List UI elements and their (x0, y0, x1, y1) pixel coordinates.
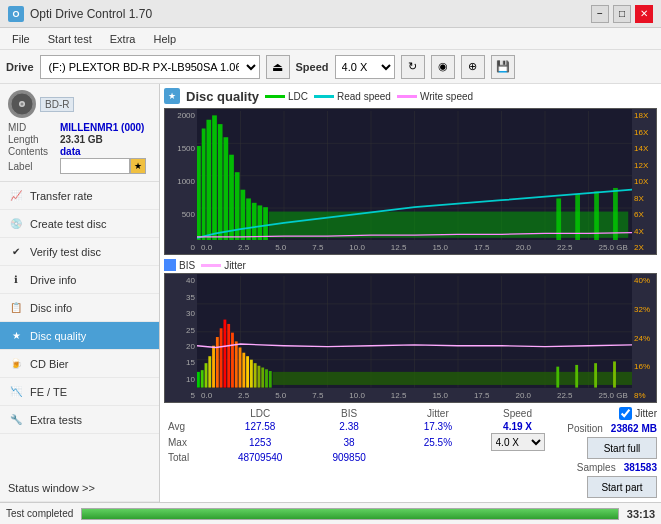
fe-te-icon: 📉 (8, 384, 24, 400)
stats-max-row: Max 1253 38 25.5% 4.0 X (164, 433, 561, 451)
lower-x-axis: 0.0 2.5 5.0 7.5 10.0 12.5 15.0 17.5 20.0… (197, 388, 632, 402)
nav-label: Verify test disc (30, 246, 101, 258)
progress-bar-fill (82, 509, 618, 519)
svg-rect-47 (205, 364, 208, 388)
svg-rect-66 (556, 367, 559, 388)
svg-rect-59 (250, 360, 253, 388)
sidebar-item-disc-quality[interactable]: ★ Disc quality (0, 322, 159, 350)
nav-label: Create test disc (30, 218, 106, 230)
titlebar: O Opti Drive Control 1.70 − □ ✕ (0, 0, 661, 28)
sidebar-item-create-test-disc[interactable]: 💿 Create test disc (0, 210, 159, 238)
legend-read: Read speed (314, 91, 391, 102)
save-button[interactable]: 💾 (491, 55, 515, 79)
upper-x-axis: 0.0 2.5 5.0 7.5 10.0 12.5 15.0 17.5 20.0… (197, 240, 632, 254)
menu-help[interactable]: Help (145, 31, 184, 47)
read-color (314, 95, 334, 98)
nav-label: Disc info (30, 302, 72, 314)
svg-rect-57 (242, 353, 245, 388)
svg-rect-17 (206, 120, 211, 241)
menu-start-test[interactable]: Start test (40, 31, 100, 47)
upper-y-axis-left: 2000 1500 1000 500 0 (165, 109, 197, 254)
stats-right-panel: Jitter Position 23862 MB Start full Samp… (567, 407, 657, 498)
menu-file[interactable]: File (4, 31, 38, 47)
svg-rect-62 (261, 368, 264, 388)
stats-total-row: Total 48709540 909850 (164, 451, 561, 464)
sidebar: BD-R MID MILLENMR1 (000) Length 23.31 GB… (0, 84, 160, 502)
speed-selector[interactable]: 4.0 X 8.0 X (335, 55, 395, 79)
jitter-header: Jitter (402, 407, 474, 420)
start-part-button[interactable]: Start part (587, 476, 657, 498)
svg-rect-69 (613, 362, 616, 388)
svg-rect-45 (197, 372, 200, 388)
titlebar-left: O Opti Drive Control 1.70 (8, 6, 152, 22)
main-area: BD-R MID MILLENMR1 (000) Length 23.31 GB… (0, 84, 661, 502)
lower-chart: 40 35 30 25 20 15 10 5 40% 32% 24% 16% 8… (164, 273, 657, 403)
drive-selector[interactable]: (F:) PLEXTOR BD-R PX-LB950SA 1.06 (40, 55, 260, 79)
content-area: ★ Disc quality LDC Read speed Write spee… (160, 84, 661, 502)
status-window-label: Status window >> (8, 482, 95, 494)
start-full-button[interactable]: Start full (587, 437, 657, 459)
jitter-legend: Jitter (201, 260, 246, 271)
bis-legend: BIS (164, 259, 195, 271)
disc-quality-icon: ★ (8, 328, 24, 344)
position-value: 23862 MB (611, 423, 657, 434)
drive-info-icon: ℹ (8, 272, 24, 288)
refresh-button[interactable]: ↻ (401, 55, 425, 79)
stats-speed-select[interactable]: 4.0 X (491, 433, 545, 451)
status-time: 33:13 (627, 508, 655, 520)
position-label: Position (567, 423, 603, 434)
svg-rect-24 (246, 198, 251, 240)
svg-rect-18 (212, 115, 217, 240)
legend-write: Write speed (397, 91, 473, 102)
sidebar-item-verify-test-disc[interactable]: ✔ Verify test disc (0, 238, 159, 266)
sidebar-item-cd-bier[interactable]: 🍺 CD Bier (0, 350, 159, 378)
eject-button[interactable]: ⏏ (266, 55, 290, 79)
disc-panel: BD-R MID MILLENMR1 (000) Length 23.31 GB… (0, 84, 159, 182)
disc-type-badge: BD-R (40, 97, 74, 112)
sidebar-item-disc-info[interactable]: 📋 Disc info (0, 294, 159, 322)
progress-bar (81, 508, 619, 520)
jitter-checkbox[interactable] (619, 407, 632, 420)
bis-color (164, 259, 176, 271)
extra-tests-icon: 🔧 (8, 412, 24, 428)
menu-extra[interactable]: Extra (102, 31, 144, 47)
nav-label: Extra tests (30, 414, 82, 426)
lower-legend: BIS Jitter (164, 259, 657, 271)
scan-button[interactable]: ⊕ (461, 55, 485, 79)
lower-chart-plot (197, 276, 632, 388)
panel-icon: ★ (164, 88, 180, 104)
disc-contents-row: Contents data (8, 146, 151, 157)
transfer-rate-icon: 📈 (8, 188, 24, 204)
sidebar-item-drive-info[interactable]: ℹ Drive info (0, 266, 159, 294)
titlebar-title: Opti Drive Control 1.70 (30, 7, 152, 21)
svg-rect-29 (556, 198, 561, 240)
svg-rect-63 (265, 370, 268, 388)
samples-row: Samples 381583 (577, 462, 657, 473)
sidebar-item-transfer-rate[interactable]: 📈 Transfer rate (0, 182, 159, 210)
svg-rect-48 (208, 357, 211, 388)
svg-rect-27 (263, 207, 268, 240)
minimize-button[interactable]: − (591, 5, 609, 23)
panel-header: ★ Disc quality LDC Read speed Write spee… (164, 88, 657, 104)
svg-rect-58 (246, 357, 249, 388)
svg-rect-68 (594, 364, 597, 388)
maximize-button[interactable]: □ (613, 5, 631, 23)
svg-rect-25 (252, 203, 257, 241)
close-button[interactable]: ✕ (635, 5, 653, 23)
legend-ldc: LDC (265, 91, 308, 102)
burn-button[interactable]: ◉ (431, 55, 455, 79)
svg-rect-54 (231, 333, 234, 388)
panel-title: Disc quality (186, 89, 259, 104)
stats-area: LDC BIS Jitter Speed Avg 127.58 2.38 17.… (164, 407, 657, 498)
disc-label-input[interactable] (60, 158, 130, 174)
svg-rect-16 (202, 128, 206, 240)
sidebar-item-fe-te[interactable]: 📉 FE / TE (0, 378, 159, 406)
sidebar-item-status-window[interactable]: Status window >> (0, 474, 159, 502)
svg-rect-56 (239, 348, 242, 388)
position-row: Position 23862 MB (567, 423, 657, 434)
sidebar-item-extra-tests[interactable]: 🔧 Extra tests (0, 406, 159, 434)
disc-label-btn[interactable]: ★ (130, 158, 146, 174)
svg-rect-23 (241, 190, 246, 241)
disc-icon (8, 90, 36, 118)
upper-chart: 2000 1500 1000 500 0 18X 16X 14X 12X 10X… (164, 108, 657, 255)
